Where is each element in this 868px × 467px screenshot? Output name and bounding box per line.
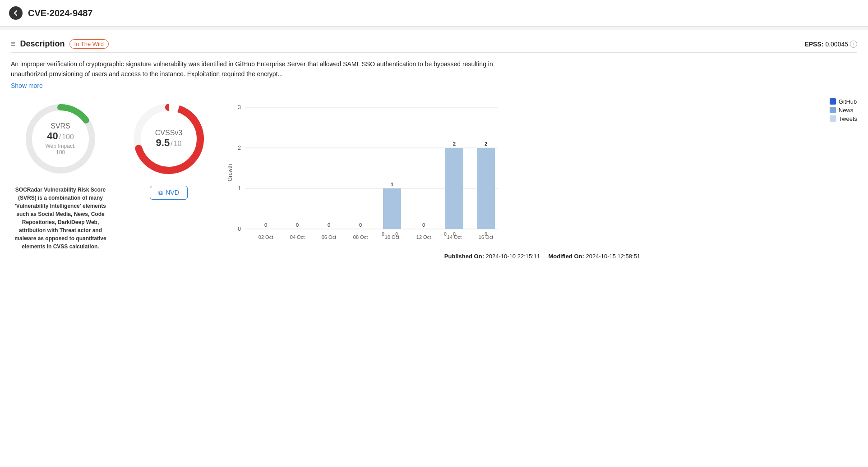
svg-rect-34 xyxy=(445,148,463,229)
chart-section: GitHub News Tweets xyxy=(227,98,857,260)
svg-text:02 Oct: 02 Oct xyxy=(259,234,273,240)
metrics-row: SVRS 40 / 100 Web Impact: 100 SOCRadar V… xyxy=(11,98,857,260)
svg-text:0: 0 xyxy=(444,232,447,237)
tweets-legend-label: Tweets xyxy=(839,115,857,122)
svg-text:Growth: Growth xyxy=(227,164,233,181)
svg-text:0: 0 xyxy=(264,222,267,228)
svg-text:08 Oct: 08 Oct xyxy=(353,234,368,240)
svrs-impact: Web Impact: 100 xyxy=(40,143,81,156)
svg-text:0: 0 xyxy=(395,232,398,237)
svg-text:2: 2 xyxy=(485,141,487,147)
cvss-value: 9.5 xyxy=(156,137,170,149)
page-header: CVE-2024-9487 xyxy=(0,0,868,27)
cvss-max: 10 xyxy=(174,140,182,148)
svg-text:0: 0 xyxy=(382,232,384,237)
cvss-donut: CVSSv3 9.5 / 10 xyxy=(128,98,209,179)
svg-text:06 Oct: 06 Oct xyxy=(322,234,336,240)
epss-area: EPSS: 0.00045 i xyxy=(804,41,857,48)
chart-area: GitHub News Tweets xyxy=(227,98,857,248)
svrs-donut: SVRS 40 / 100 Web Impact: 100 xyxy=(20,98,101,179)
svrs-section: SVRS 40 / 100 Web Impact: 100 SOCRadar V… xyxy=(11,98,110,251)
show-more-link[interactable]: Show more xyxy=(11,82,43,89)
github-color-dot xyxy=(830,98,836,105)
nvd-button[interactable]: ⧉ NVD xyxy=(150,186,188,200)
svrs-name: SVRS xyxy=(40,122,81,130)
epss-label: EPSS: xyxy=(804,41,823,48)
section-divider xyxy=(11,52,857,53)
svg-text:3: 3 xyxy=(238,104,241,110)
svrs-max: 100 xyxy=(62,133,74,141)
svg-text:0: 0 xyxy=(453,232,456,237)
cve-title: CVE-2024-9487 xyxy=(28,8,92,18)
main-content: ≡ Description In The Wild EPSS: 0.00045 … xyxy=(0,30,868,269)
published-line: Published On: 2024-10-10 22:15:11 Modifi… xyxy=(227,253,857,260)
news-color-dot xyxy=(830,107,836,113)
chart-legend: GitHub News Tweets xyxy=(830,98,857,122)
back-button[interactable] xyxy=(9,6,23,20)
epss-value: 0.00045 xyxy=(825,41,848,48)
svg-rect-26 xyxy=(383,188,401,229)
tweets-color-dot xyxy=(830,115,836,122)
svrs-description: SOCRadar Vulnerability Risk Score (SVRS)… xyxy=(11,186,110,251)
external-link-icon: ⧉ xyxy=(158,189,163,197)
published-value: 2024-10-10 22:15:11 xyxy=(486,253,540,260)
description-icon: ≡ xyxy=(11,39,16,49)
svrs-separator: / xyxy=(59,133,61,141)
cvss-separator: / xyxy=(171,140,172,148)
svg-text:2: 2 xyxy=(238,145,241,151)
cvss-section: CVSSv3 9.5 / 10 ⧉ NVD xyxy=(124,98,214,200)
svg-rect-38 xyxy=(477,148,495,229)
legend-github: GitHub xyxy=(830,98,857,105)
section-title: Description xyxy=(20,39,65,49)
svg-text:12 Oct: 12 Oct xyxy=(416,234,431,240)
svrs-value: 40 xyxy=(47,130,58,142)
published-label: Published On: xyxy=(444,253,484,260)
modified-label: Modified On: xyxy=(548,253,584,260)
svg-text:2: 2 xyxy=(453,141,456,147)
cvss-label: CVSSv3 9.5 / 10 xyxy=(155,129,182,149)
svrs-label: SVRS 40 / 100 Web Impact: 100 xyxy=(40,122,81,156)
epss-info-icon[interactable]: i xyxy=(850,41,857,48)
description-text: An improper verification of cryptographi… xyxy=(11,59,507,79)
nvd-label: NVD xyxy=(166,189,179,196)
svg-text:04 Oct: 04 Oct xyxy=(290,234,305,240)
bar-chart-svg: 3 2 1 0 Growth 0 02 Oct 0 xyxy=(227,98,516,247)
legend-tweets: Tweets xyxy=(830,115,857,122)
legend-news: News xyxy=(830,107,857,114)
chart-wrapper: 3 2 1 0 Growth 0 02 Oct 0 xyxy=(227,98,812,248)
github-legend-label: GitHub xyxy=(839,98,857,105)
news-legend-label: News xyxy=(839,107,854,114)
cvss-name: CVSSv3 xyxy=(155,129,182,137)
svg-text:0: 0 xyxy=(296,222,299,228)
svg-text:0: 0 xyxy=(359,222,362,228)
svg-text:0: 0 xyxy=(328,222,330,228)
svg-text:1: 1 xyxy=(391,182,393,187)
modified-value: 2024-10-15 12:58:51 xyxy=(586,253,640,260)
svg-text:0: 0 xyxy=(238,226,241,232)
section-header: ≡ Description In The Wild EPSS: 0.00045 … xyxy=(11,39,857,49)
svg-text:1: 1 xyxy=(238,185,241,192)
svg-text:0: 0 xyxy=(422,222,425,228)
sub-bar xyxy=(0,27,868,30)
svg-text:0: 0 xyxy=(485,232,487,237)
in-the-wild-badge: In The Wild xyxy=(69,39,109,49)
